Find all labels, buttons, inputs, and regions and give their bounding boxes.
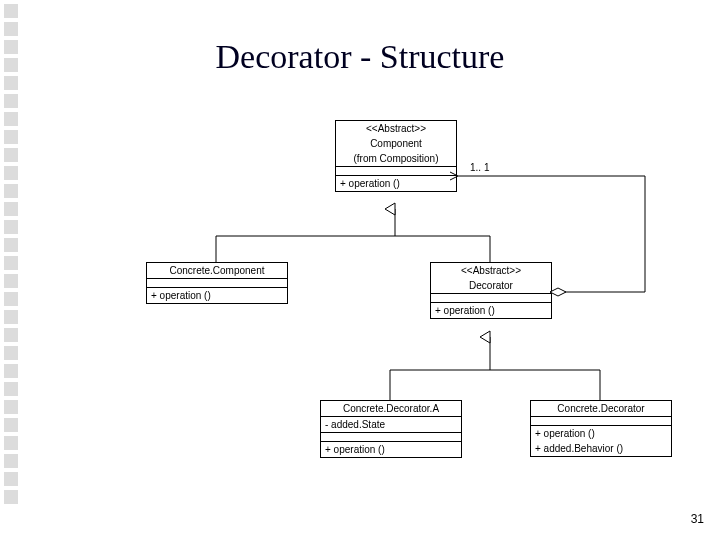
uml-class-concrete-decorator-a: Concrete.Decorator.A - added.State + ope…	[320, 400, 462, 458]
concrete-decorator-b-name: Concrete.Decorator	[531, 401, 671, 416]
concrete-component-name: Concrete.Component	[147, 263, 287, 278]
concrete-decorator-b-op1: + operation ()	[531, 426, 671, 441]
left-square-decor	[4, 4, 18, 504]
component-name: Component	[336, 136, 456, 151]
page-number: 31	[691, 512, 704, 526]
slide-stage: Decorator - Structure <<Abstract>> Compo…	[0, 0, 720, 540]
component-stereotype: <<Abstract>>	[336, 121, 456, 136]
concrete-decorator-a-op: + operation ()	[321, 442, 461, 457]
slide-title: Decorator - Structure	[0, 38, 720, 76]
decorator-name: Decorator	[431, 278, 551, 293]
uml-class-concrete-component: Concrete.Component + operation ()	[146, 262, 288, 304]
decorator-operation: + operation ()	[431, 303, 551, 318]
uml-class-decorator: <<Abstract>> Decorator + operation ()	[430, 262, 552, 319]
connector-overlay	[0, 0, 720, 540]
concrete-decorator-a-name: Concrete.Decorator.A	[321, 401, 461, 416]
concrete-component-operation: + operation ()	[147, 288, 287, 303]
component-from: (from Composition)	[336, 151, 456, 166]
concrete-decorator-b-op2: + added.Behavior ()	[531, 441, 671, 456]
concrete-decorator-a-attr: - added.State	[321, 417, 461, 432]
multiplicity-label: 1.. 1	[470, 162, 489, 173]
decorator-stereotype: <<Abstract>>	[431, 263, 551, 278]
uml-class-component: <<Abstract>> Component (from Composition…	[335, 120, 457, 192]
uml-class-concrete-decorator-b: Concrete.Decorator + operation () + adde…	[530, 400, 672, 457]
component-operation: + operation ()	[336, 176, 456, 191]
